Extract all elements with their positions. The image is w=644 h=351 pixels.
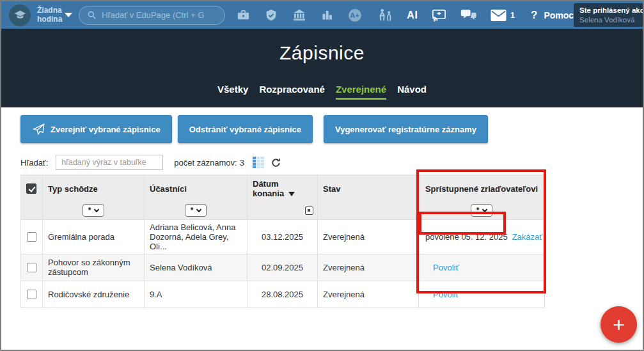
delete-selected-button[interactable]: Odstrániť vybrané zápisnice [178, 115, 313, 143]
refresh-icon[interactable] [271, 157, 281, 168]
grant-access-link[interactable]: Povoliť [433, 290, 459, 299]
publish-selected-label: Zverejniť vybrané zápisnice [51, 125, 161, 134]
chat-icon[interactable] [460, 8, 477, 22]
action-button-row: Zverejniť vybrané zápisnice Odstrániť vy… [1, 107, 643, 143]
students-walking-icon[interactable] [376, 8, 393, 23]
tab-bar: Všetky Rozpracované Zverejnené Návod [1, 84, 643, 100]
col-header-status[interactable]: Stav [318, 175, 419, 203]
topbar: Žiadna hodina A+ [1, 1, 643, 29]
tab-rozpracovane[interactable]: Rozpracované [259, 84, 325, 100]
col-header-type[interactable]: Typ schôdze [43, 175, 145, 203]
cell-participants: Selena Vodíková [145, 254, 247, 281]
access-granted-text: povolené 05. 12. 2025 [425, 232, 508, 242]
shield-check-icon[interactable] [264, 8, 278, 22]
screencast-icon[interactable] [431, 8, 447, 22]
column-settings-icon[interactable] [253, 157, 264, 168]
logged-in-user-box[interactable]: Ste prihlásený ako Selena Vodíková [574, 3, 644, 27]
cell-date: 02.09.2025 [247, 254, 318, 281]
col-header-date[interactable]: Dátum konania [247, 175, 318, 203]
cell-date: 03.12.2025 [247, 219, 318, 254]
table-header-row: Typ schôdze Účastníci Dátum konania Stav… [21, 175, 545, 203]
table-row: Pohovor so zákonným zástupcom Selena Vod… [21, 254, 545, 281]
cell-date: 28.08.2025 [247, 281, 318, 308]
briefcase-icon[interactable] [236, 8, 251, 22]
tab-vsetky[interactable]: Všetky [217, 84, 248, 100]
mail-count-badge: 1 [510, 11, 515, 20]
col-header-participants[interactable]: Účastníci [145, 175, 247, 203]
cell-status: Zverejnená [318, 219, 419, 254]
ai-icon[interactable]: AI [407, 10, 418, 21]
participants-filter-select[interactable]: * [185, 204, 207, 217]
search-input[interactable] [102, 10, 217, 20]
record-count-value: 3 [240, 158, 244, 168]
cell-type: Pohovor so zákonným zástupcom [43, 254, 145, 281]
cell-type: Rodičovské združenie [43, 281, 145, 308]
help-label: Pomoc [544, 10, 574, 20]
bar-chart-icon[interactable] [320, 8, 334, 22]
row-checkbox[interactable] [27, 290, 36, 299]
table-row: Rodičovské združenie 9.A 28.08.2025 Zver… [21, 281, 545, 308]
cell-status: Zverejnená [318, 281, 419, 308]
app-window: Žiadna hodina A+ [0, 0, 644, 351]
help-icon: ? [531, 9, 537, 22]
cell-participants: 9.A [145, 281, 247, 308]
grades-a-plus-icon[interactable]: A+ [347, 8, 363, 23]
delete-selected-label: Odstrániť vybrané zápisnice [189, 125, 301, 134]
col-header-access[interactable]: Sprístupnené zriaďovateľovi [419, 175, 545, 203]
search-icon [87, 10, 97, 20]
paper-plane-icon [32, 123, 45, 136]
mail-icon [491, 10, 507, 21]
chevron-down-icon [94, 207, 99, 212]
select-all-checkbox[interactable] [26, 183, 36, 194]
grant-access-link[interactable]: Povoliť [433, 263, 459, 272]
edupage-logo[interactable] [9, 4, 31, 26]
date-filter-icon[interactable] [305, 207, 313, 215]
logged-in-user-name: Selena Vodíková [579, 15, 642, 24]
record-count-label: počet záznamov: [174, 158, 237, 168]
table-filter-controls-row: * * * [21, 202, 545, 219]
bank-icon[interactable] [292, 8, 307, 23]
cell-type: Gremiálna porada [43, 219, 145, 254]
access-filter-select[interactable]: * [471, 204, 493, 217]
cell-participants: Adriana Belicová, Anna Dozorná, Adela Gr… [145, 219, 247, 254]
mail-group[interactable]: 1 [491, 10, 515, 21]
help-group[interactable]: ? Pomoc [531, 9, 574, 22]
generate-registry-button[interactable]: Vygenerovať registratúrne záznamy [324, 115, 488, 143]
generate-registry-label: Vygenerovať registratúrne záznamy [335, 125, 476, 134]
chevron-down-icon[interactable] [65, 13, 72, 17]
table-filter-row: Hľadať: počet záznamov: 3 [20, 155, 643, 170]
tab-zverejnene[interactable]: Zverejnené [336, 84, 386, 100]
global-search[interactable] [79, 6, 225, 25]
page-title: Zápisnice [1, 29, 643, 64]
table-row: Gremiálna porada Adriana Belicová, Anna … [21, 219, 545, 254]
record-count: počet záznamov: 3 [174, 158, 244, 168]
sort-desc-icon [288, 192, 295, 196]
table-search-input[interactable] [56, 155, 163, 170]
publish-selected-button[interactable]: Zverejniť vybrané zápisnice [20, 115, 172, 143]
revoke-access-link[interactable]: Zakázať [512, 232, 543, 242]
svg-text:A+: A+ [350, 12, 359, 19]
search-label: Hľadať: [20, 158, 48, 168]
page-header: Zápisnice Všetky Rozpracované Zverejnené… [1, 29, 643, 107]
main-content: Zverejniť vybrané zápisnice Odstrániť vy… [1, 107, 643, 308]
current-lesson-label[interactable]: Žiadna hodina [37, 6, 62, 24]
logged-in-as-label: Ste prihlásený ako [579, 6, 642, 15]
row-checkbox[interactable] [27, 263, 36, 272]
cell-status: Zverejnená [318, 254, 419, 281]
minutes-table: Typ schôdze Účastníci Dátum konania Stav… [20, 175, 545, 308]
add-button[interactable]: + [601, 306, 637, 343]
chevron-down-icon [196, 207, 201, 212]
graduation-cap-icon [13, 8, 27, 22]
tab-navod[interactable]: Návod [397, 84, 427, 100]
row-checkbox[interactable] [27, 232, 36, 242]
type-filter-select[interactable]: * [82, 204, 105, 217]
chevron-down-icon [482, 207, 487, 212]
